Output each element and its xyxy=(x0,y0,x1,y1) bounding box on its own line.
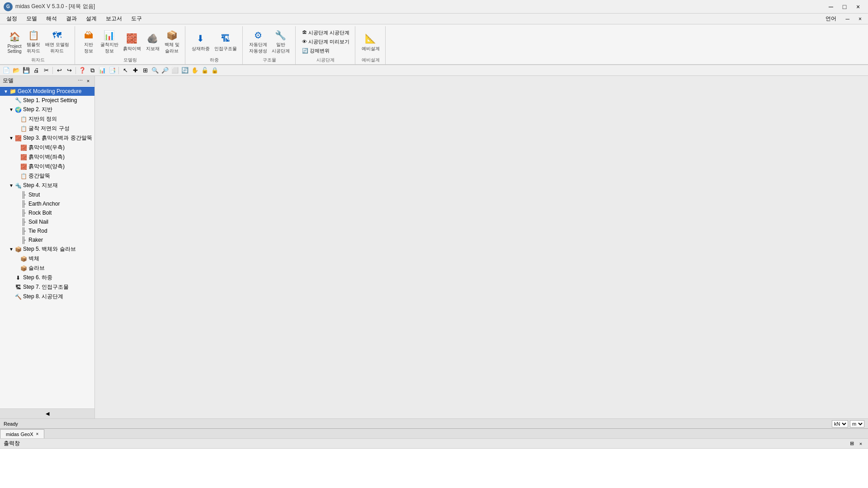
qa-cut[interactable]: ✂ xyxy=(42,66,51,75)
menu-item-model[interactable]: 모델 xyxy=(22,14,42,23)
qa-zoom-window[interactable]: ⬜ xyxy=(170,66,179,75)
ribbon-btn-back-model-wizard[interactable]: 🗺 배면 모델링위자드 xyxy=(43,28,71,55)
qa-zoom-in[interactable]: 🔍 xyxy=(151,66,160,75)
tree-icon-step5-slab: 📦 xyxy=(20,265,27,272)
menu-item-close2[interactable]: × xyxy=(854,15,866,23)
qa-save[interactable]: 💾 xyxy=(22,66,31,75)
title-text: midas GeoX V 5.3.0 - [제목 없음] xyxy=(15,3,95,10)
ribbon-btn-construction-preview[interactable]: 👁 시공단계 미리보기 xyxy=(300,38,351,46)
tree-item-step6[interactable]: ⬇Step 6. 하중 xyxy=(0,273,94,282)
menu-item-restore2[interactable]: ─ xyxy=(841,15,854,23)
ribbon-btn-project-setting[interactable]: 🏠 ProjectSetting xyxy=(5,28,24,55)
ribbon-modeling-title: 모델링 xyxy=(123,57,137,64)
tree-item-step1[interactable]: 🔧Step 1. Project Setting xyxy=(0,96,94,105)
qa-move[interactable]: ✚ xyxy=(131,66,140,75)
tree-item-step8[interactable]: 🔨Step 8. 시공단계 xyxy=(0,292,94,301)
output-panel: 출력창 ⊞ × xyxy=(0,438,868,488)
tree-item-step7[interactable]: 🏗Step 7. 인접구조물 xyxy=(0,282,94,292)
menu-item-language[interactable]: 언어 xyxy=(821,14,841,23)
qa-lock2[interactable]: 🔒 xyxy=(210,66,219,75)
tree-item-step2-cross[interactable]: 📋굴착 저면의 구성 xyxy=(0,124,94,133)
tree-item-step2-ground-def[interactable]: 📋지반의 정의 xyxy=(0,114,94,124)
tree-item-step4-tie-rod[interactable]: ╟Tie Rod xyxy=(0,226,94,235)
tree-toggle-step3[interactable]: ▼ xyxy=(9,136,14,141)
tree-item-step5-wall[interactable]: 📦벽체 xyxy=(0,254,94,263)
ribbon-btn-auto-construction[interactable]: ⚙ 자동단계자동생성 xyxy=(247,28,269,55)
tree-item-step3-wall-right[interactable]: 🧱흙막이벽(우측) xyxy=(0,143,94,152)
tree-icon-step2-cross: 📋 xyxy=(20,125,27,132)
qa-open[interactable]: 📂 xyxy=(12,66,21,75)
qa-copy-window[interactable]: ⧉ xyxy=(88,66,97,75)
back-model-wizard-icon: 🗺 xyxy=(50,29,64,42)
tree-item-step5[interactable]: ▼📦Step 5. 백체와 슬라브 xyxy=(0,244,94,254)
tab-midas-geox[interactable]: midas GeoX × xyxy=(0,429,44,438)
qa-print[interactable]: 🖨 xyxy=(32,66,41,75)
qa-model-view[interactable]: 📊 xyxy=(98,66,107,75)
tree-item-step5-slab[interactable]: 📦슬라브 xyxy=(0,263,94,273)
ribbon-btn-general-stage[interactable]: 🔧 일반시공단계 xyxy=(270,28,292,55)
tree-item-geox-procedure[interactable]: ▼📁GeoX Modeling Procedure xyxy=(0,87,94,96)
menu-item-report[interactable]: 보고서 xyxy=(101,14,127,23)
qa-zoom-out[interactable]: 🔎 xyxy=(160,66,170,75)
tree-item-step4-strut[interactable]: ╟Strut xyxy=(0,190,94,199)
ribbon-btn-support[interactable]: 🪨 지보재 xyxy=(144,28,162,55)
tree-item-step3-wall-left1[interactable]: 🧱흙막이벽(좌측) xyxy=(0,152,94,162)
panel-close-btn[interactable]: × xyxy=(85,77,92,84)
ribbon-btn-adjacent-structure[interactable]: 🏗 인접구조물 xyxy=(212,28,239,55)
tree-item-step3-pile[interactable]: 📋중간말뚝 xyxy=(0,171,94,181)
qa-doc[interactable]: 📑 xyxy=(108,66,117,75)
canvas-area[interactable] xyxy=(95,76,868,418)
qa-lock[interactable]: 🔓 xyxy=(200,66,209,75)
qa-undo[interactable]: ↩ xyxy=(55,66,64,75)
tree-item-step4-soil-nail[interactable]: ╟Soil Nail xyxy=(0,217,94,226)
ribbon-modeling-buttons: 🏔 지반정보 📊 굴착지반정보 🧱 흙막이벽 🪨 지보재 📦 백체 및슬라브 xyxy=(80,26,181,57)
menu-item-tools[interactable]: 도구 xyxy=(127,14,146,23)
tab-close-btn[interactable]: × xyxy=(36,432,39,436)
qa-help[interactable]: ❓ xyxy=(78,66,87,75)
ribbon-btn-template-wizard[interactable]: 📋 템플릿위자드 xyxy=(24,28,42,55)
close-button[interactable]: × xyxy=(852,1,864,12)
ribbon-btn-ground-info[interactable]: 🏔 지반정보 xyxy=(80,28,98,55)
tree-toggle-geox-procedure[interactable]: ▼ xyxy=(4,89,9,94)
minimize-button[interactable]: ─ xyxy=(825,1,837,12)
menu-item-settings[interactable]: 설정 xyxy=(2,14,22,23)
qa-new[interactable]: 📄 xyxy=(2,66,11,75)
tree-item-step4-earth-anchor[interactable]: ╟Earth Anchor xyxy=(0,199,94,208)
tree-label-step3-wall-both: 흙막이벽(양측) xyxy=(28,163,65,170)
tree-label-step3-pile: 중간말뚝 xyxy=(28,172,50,180)
unit-length-select[interactable]: m xyxy=(850,420,864,427)
tree-item-step4[interactable]: ▼🔩Step 4. 지보재 xyxy=(0,181,94,190)
menu-item-analysis[interactable]: 해석 xyxy=(42,14,61,23)
menu-item-results[interactable]: 결과 xyxy=(61,14,81,23)
tree-item-step3[interactable]: ▼🧱Step 3. 흙막이벽과 중간말뚝 xyxy=(0,133,94,143)
tree-item-step2[interactable]: ▼🌍Step 2. 지반 xyxy=(0,105,94,114)
tree-item-step3-wall-both[interactable]: 🧱흙막이벽(양측) xyxy=(0,162,94,171)
ribbon-btn-back-slab[interactable]: 📦 백체 및슬라브 xyxy=(163,28,181,55)
ribbon-btn-excavation-info[interactable]: 📊 굴착지반정보 xyxy=(99,28,120,55)
tree-toggle-step2[interactable]: ▼ xyxy=(9,107,14,112)
ribbon-btn-predesign[interactable]: 📐 예비설계 xyxy=(360,28,382,55)
panel-collapse-btn[interactable]: ◀ xyxy=(44,410,51,418)
output-close-btn[interactable]: × xyxy=(857,440,864,447)
qa-select[interactable]: ↖ xyxy=(121,66,130,75)
ribbon-wizard-title: 위자드 xyxy=(31,57,45,64)
tree-item-step4-rock-bolt[interactable]: ╟Rock Bolt xyxy=(0,208,94,217)
qa-zoom-fit[interactable]: ⊞ xyxy=(141,66,150,75)
panel-menu-btn[interactable]: ⋯ xyxy=(76,77,84,84)
tree-toggle-step4[interactable]: ▼ xyxy=(9,183,14,188)
tree-label-step5-wall: 벽체 xyxy=(28,255,39,263)
qa-pan[interactable]: ✋ xyxy=(190,66,199,75)
tree-icon-step3-wall-both: 🧱 xyxy=(20,163,27,170)
qa-redo[interactable]: ↪ xyxy=(65,66,74,75)
qa-rotate[interactable]: 🔄 xyxy=(180,66,189,75)
unit-force-select[interactable]: kN xyxy=(832,420,848,427)
tree-toggle-step5[interactable]: ▼ xyxy=(9,247,14,252)
ribbon-btn-wall[interactable]: 🧱 흙막이벽 xyxy=(121,28,143,55)
ribbon-btn-construction-stage[interactable]: 🏚 시공단계 시공단계 xyxy=(300,29,351,37)
output-dock-btn[interactable]: ⊞ xyxy=(848,440,855,447)
tree-item-step4-raker[interactable]: ╟Raker xyxy=(0,235,94,244)
ribbon-btn-force-displacement[interactable]: 🔄 강제변위 xyxy=(300,47,331,55)
menu-item-design[interactable]: 설계 xyxy=(81,14,101,23)
ribbon-btn-surcharge[interactable]: ⬇ 상재하중 xyxy=(190,28,212,55)
restore-button[interactable]: □ xyxy=(838,1,851,12)
